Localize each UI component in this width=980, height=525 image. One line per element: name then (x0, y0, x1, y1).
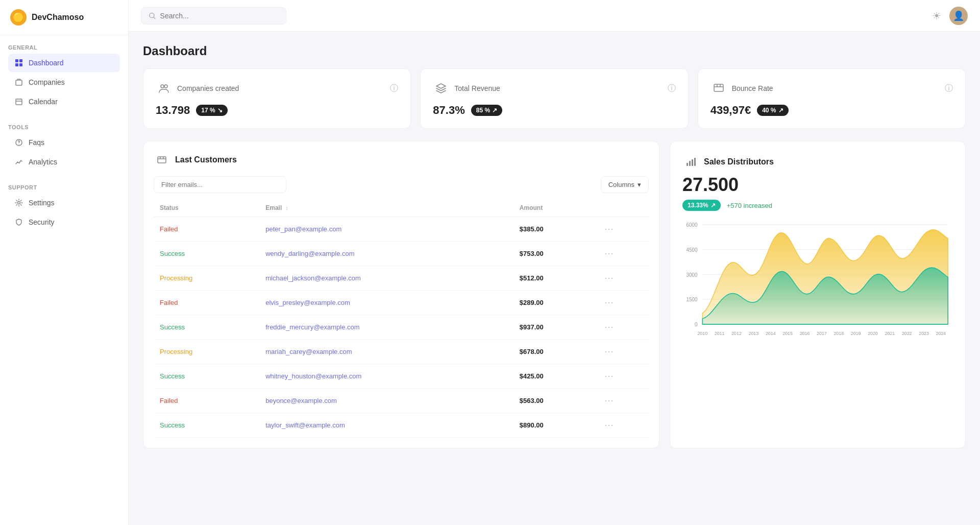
sidebar-item-settings[interactable]: Settings (8, 194, 120, 212)
area-chart-container: 6000 4500 3000 1500 0 2010 2011 2012 20 (682, 219, 953, 352)
companies-stat-value: 13.798 (156, 104, 190, 117)
sort-icon[interactable]: ↕ (286, 205, 288, 211)
companies-icon (14, 78, 23, 87)
search-box[interactable] (141, 7, 286, 25)
bounce-info-icon[interactable]: ⓘ (945, 83, 953, 94)
svg-text:2011: 2011 (715, 331, 725, 336)
svg-text:2014: 2014 (766, 331, 776, 336)
stat-card-revenue-header: Total Revenue ⓘ (433, 80, 675, 97)
filter-row: Columns ▾ (154, 176, 649, 193)
row-amount: $512.00 (513, 266, 599, 291)
revenue-stat-value: 87.3% (433, 104, 464, 117)
row-menu-button[interactable]: ··· (604, 273, 614, 283)
sidebar-faqs-label: Faqs (29, 138, 44, 147)
row-status: Success (154, 242, 259, 266)
theme-toggle-icon[interactable]: ☀ (932, 10, 941, 22)
svg-text:3000: 3000 (687, 272, 698, 278)
row-menu-button[interactable]: ··· (604, 224, 614, 234)
calendar-icon (14, 97, 23, 106)
svg-rect-2 (15, 63, 18, 66)
customers-table-header: Last Customers (154, 152, 649, 168)
row-actions: ··· (598, 291, 649, 315)
row-email: whitney_houston@example.com (259, 364, 513, 389)
app-name: DevChamoso (32, 13, 84, 22)
row-status: Processing (154, 340, 259, 364)
col-amount: Amount (513, 199, 599, 217)
row-menu-button[interactable]: ··· (604, 371, 614, 381)
sidebar-settings-label: Settings (29, 199, 55, 207)
area-chart: 6000 4500 3000 1500 0 2010 2011 2012 20 (682, 219, 953, 352)
row-email: freddie_mercury@example.com (259, 315, 513, 340)
row-menu-button[interactable]: ··· (604, 322, 614, 332)
svg-rect-3 (19, 63, 22, 66)
search-input[interactable] (160, 12, 279, 20)
table-row: Success whitney_houston@example.com $425… (154, 364, 649, 389)
row-amount: $890.00 (513, 413, 599, 438)
sidebar: 🟡 DevChamoso General Dashboard Companies… (0, 0, 129, 525)
companies-stat-icon (156, 80, 172, 97)
settings-icon (14, 198, 23, 207)
general-label: General (8, 44, 120, 51)
sidebar-item-security[interactable]: Security (8, 213, 120, 231)
row-menu-button[interactable]: ··· (604, 420, 614, 430)
email-filter-input[interactable] (154, 176, 286, 193)
table-row: Failed elvis_presley@example.com $289.00… (154, 291, 649, 315)
customers-table-icon (154, 152, 170, 168)
svg-text:2018: 2018 (834, 331, 844, 336)
sidebar-item-calendar[interactable]: Calendar (8, 92, 120, 111)
row-email: peter_pan@example.com (259, 217, 513, 242)
svg-point-7 (18, 144, 19, 145)
bounce-stat-title: Bounce Rate (732, 84, 773, 92)
dashboard-icon (14, 58, 23, 67)
companies-info-icon[interactable]: ⓘ (390, 83, 398, 94)
revenue-badge-text: 85 % (476, 107, 490, 114)
revenue-badge-arrow: ↗ (492, 107, 497, 114)
companies-badge-arrow: ↘ (217, 107, 223, 114)
stat-card-bounce-header: Bounce Rate ⓘ (710, 80, 953, 97)
svg-text:6000: 6000 (687, 222, 698, 228)
companies-badge: 17 % ↘ (196, 105, 227, 116)
revenue-info-icon[interactable]: ⓘ (668, 83, 676, 94)
sidebar-companies-label: Companies (29, 78, 65, 86)
revenue-badge: 85 % ↗ (471, 105, 502, 116)
svg-text:2020: 2020 (868, 331, 878, 336)
row-menu-button[interactable]: ··· (604, 346, 614, 356)
stat-card-revenue-title-row: Total Revenue (433, 80, 500, 97)
row-actions: ··· (598, 315, 649, 340)
sidebar-item-companies[interactable]: Companies (8, 73, 120, 91)
sidebar-item-analytics[interactable]: Analytics (8, 153, 120, 171)
row-email: michael_jackson@example.com (259, 266, 513, 291)
row-menu-button[interactable]: ··· (604, 297, 614, 307)
row-email: beyonce@example.com (259, 389, 513, 413)
content-area: Dashboard Companies created ⓘ 13.798 (129, 32, 980, 525)
companies-stat-title: Companies created (177, 84, 239, 92)
bounce-stat-value: 439,97€ (710, 104, 751, 117)
bounce-badge-text: 40 % (762, 107, 776, 114)
svg-text:2012: 2012 (731, 331, 742, 336)
bounce-badge: 40 % ↗ (757, 105, 788, 116)
row-actions: ··· (598, 413, 649, 438)
topbar-right: ☀ 👤 (932, 7, 968, 25)
page-title: Dashboard (143, 44, 966, 58)
sidebar-item-dashboard[interactable]: Dashboard (8, 54, 120, 72)
row-status: Processing (154, 266, 259, 291)
stat-card-companies: Companies created ⓘ 13.798 17 % ↘ (143, 68, 411, 129)
stat-card-bounce-title-row: Bounce Rate (710, 80, 773, 97)
row-menu-button[interactable]: ··· (604, 395, 614, 405)
row-amount: $937.00 (513, 315, 599, 340)
row-email: elvis_presley@example.com (259, 291, 513, 315)
sales-badge-percent: 13.33% (688, 202, 708, 209)
row-amount: $385.00 (513, 217, 599, 242)
sidebar-item-faqs[interactable]: Faqs (8, 133, 120, 152)
stat-card-companies-title-row: Companies created (156, 80, 239, 97)
topbar: ☀ 👤 (129, 0, 980, 32)
stat-card-companies-body: 13.798 17 % ↘ (156, 104, 398, 117)
svg-rect-5 (16, 99, 22, 105)
sales-chart-icon (682, 154, 699, 170)
table-row: Success wendy_darling@example.com $753.0… (154, 242, 649, 266)
avatar[interactable]: 👤 (949, 7, 968, 25)
columns-button[interactable]: Columns ▾ (601, 176, 649, 193)
svg-text:2021: 2021 (885, 331, 895, 336)
general-section: General Dashboard Companies Calendar (0, 35, 128, 115)
row-menu-button[interactable]: ··· (604, 248, 614, 258)
